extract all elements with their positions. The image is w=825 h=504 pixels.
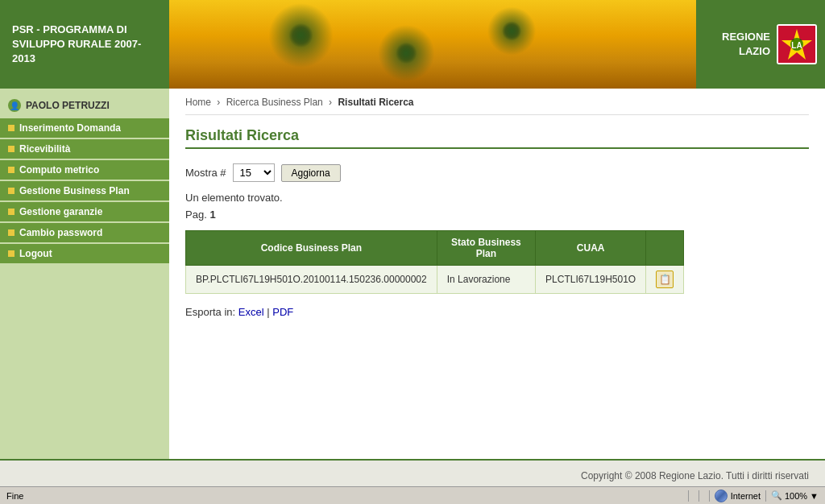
sidebar-item-gestione-business-plan[interactable]: Gestione Business Plan: [0, 181, 169, 200]
globe-icon: [715, 490, 728, 502]
breadcrumb-step1[interactable]: Ricerca Business Plan: [226, 97, 323, 108]
sunflower-background: [169, 0, 696, 89]
sidebar-bullet: [8, 188, 15, 194]
export-excel-link[interactable]: Excel: [238, 306, 264, 318]
zoom-dropdown-icon[interactable]: ▼: [810, 491, 819, 501]
user-icon: 👤: [8, 99, 21, 112]
aggiorna-button[interactable]: Aggiorna: [281, 164, 341, 182]
zoom-label: 100%: [785, 491, 807, 501]
sidebar-item-cambio-password[interactable]: Cambio password: [0, 223, 169, 242]
sidebar-item-logout[interactable]: Logout: [0, 244, 169, 263]
results-table: Codice Business Plan Stato Business Plan…: [185, 230, 684, 294]
sidebar-menu: Inserimento Domanda Ricevibilità Computo…: [0, 118, 169, 263]
breadcrumb-current: Risultati Ricerca: [338, 97, 413, 108]
cell-cuaa: PLCTLI67L19H501O: [536, 266, 646, 294]
page-title: Risultati Ricerca: [185, 127, 809, 149]
svg-text:LA: LA: [791, 41, 802, 50]
status-text: Fine: [6, 491, 683, 501]
mostra-label: Mostra #: [185, 167, 226, 179]
table-row: BP.PLCTLI67L19H501O.20100114.150236.0000…: [186, 266, 684, 294]
browser-statusbar: Fine Internet 🔍 100% ▼: [0, 486, 825, 504]
sidebar-bullet: [8, 146, 15, 152]
col-header-stato: Stato Business Plan: [437, 231, 535, 266]
sidebar-bullet: [8, 229, 15, 236]
page-num: Pag. 1: [185, 209, 809, 221]
breadcrumb: Home › Ricerca Business Plan › Risultati…: [185, 89, 809, 115]
sidebar-username: PAOLO PETRUZZI: [26, 100, 110, 111]
region-logo: LA: [777, 24, 817, 64]
sidebar-bullet: [8, 209, 15, 215]
sidebar-link-gestione-garanzie[interactable]: Gestione garanzie: [19, 206, 102, 217]
sidebar-link-inserimento-domanda[interactable]: Inserimento Domanda: [19, 122, 121, 134]
cell-stato: In Lavorazione: [437, 266, 535, 294]
page-wrapper: PSR - PROGRAMMA DI SVILUPPO RURALE 2007-…: [0, 0, 825, 491]
sidebar-bullet: [8, 125, 15, 131]
controls-row: Mostra # 15 25 50 100 Aggiorna: [185, 163, 809, 182]
header-title: PSR - PROGRAMMA DI SVILUPPO RURALE 2007-…: [12, 23, 157, 67]
mostra-select[interactable]: 15 25 50 100: [233, 163, 275, 182]
sidebar-item-inserimento-domanda[interactable]: Inserimento Domanda: [0, 118, 169, 138]
page-number: 1: [209, 209, 215, 221]
content-area: Home › Ricerca Business Plan › Risultati…: [169, 89, 825, 459]
sidebar-bullet: [8, 167, 15, 173]
header-image: [169, 0, 696, 89]
col-header-codice: Codice Business Plan: [186, 231, 437, 266]
info-text: Un elemento trovato.: [185, 192, 809, 204]
zoom-icon: 🔍: [771, 490, 782, 501]
header-left: PSR - PROGRAMMA DI SVILUPPO RURALE 2007-…: [0, 0, 169, 89]
internet-zone: Internet: [715, 490, 761, 502]
sidebar-link-computo-metrico[interactable]: Computo metrico: [19, 164, 99, 176]
sidebar-link-gestione-business-plan[interactable]: Gestione Business Plan: [19, 185, 130, 196]
col-header-action: [646, 231, 684, 266]
sidebar-bullet: [8, 250, 15, 257]
table-header-row: Codice Business Plan Stato Business Plan…: [186, 231, 684, 266]
main-layout: 👤 PAOLO PETRUZZI Inserimento Domanda Ric…: [0, 89, 825, 459]
sidebar-link-logout[interactable]: Logout: [19, 248, 52, 259]
sidebar-user: 👤 PAOLO PETRUZZI: [0, 93, 169, 118]
export-separator: |: [267, 306, 269, 318]
export-row: Esporta in: Excel | PDF: [185, 306, 809, 318]
region-text: REGIONE LAZIO: [722, 30, 770, 59]
header-right: REGIONE LAZIO LA: [696, 0, 825, 89]
sidebar: 👤 PAOLO PETRUZZI Inserimento Domanda Ric…: [0, 89, 169, 459]
sidebar-item-ricevibilita[interactable]: Ricevibilità: [0, 139, 169, 159]
sidebar-item-gestione-garanzie[interactable]: Gestione garanzie: [0, 202, 169, 221]
edit-icon[interactable]: 📋: [656, 271, 674, 288]
sidebar-link-cambio-password[interactable]: Cambio password: [19, 227, 102, 238]
sidebar-link-ricevibilita[interactable]: Ricevibilità: [19, 143, 70, 155]
sidebar-item-computo-metrico[interactable]: Computo metrico: [0, 160, 169, 180]
header: PSR - PROGRAMMA DI SVILUPPO RURALE 2007-…: [0, 0, 825, 89]
zoom-control[interactable]: 🔍 100% ▼: [771, 490, 819, 501]
export-pdf-link[interactable]: PDF: [272, 306, 293, 318]
copyright-text: Copyright © 2008 Regione Lazio. Tutti i …: [581, 470, 809, 481]
export-label: Esporta in:: [185, 306, 235, 318]
breadcrumb-home[interactable]: Home: [185, 97, 211, 108]
col-header-cuaa: CUAA: [536, 231, 646, 266]
internet-label: Internet: [731, 491, 761, 501]
cell-action[interactable]: 📋: [646, 266, 684, 294]
cell-codice: BP.PLCTLI67L19H501O.20100114.150236.0000…: [186, 266, 437, 294]
